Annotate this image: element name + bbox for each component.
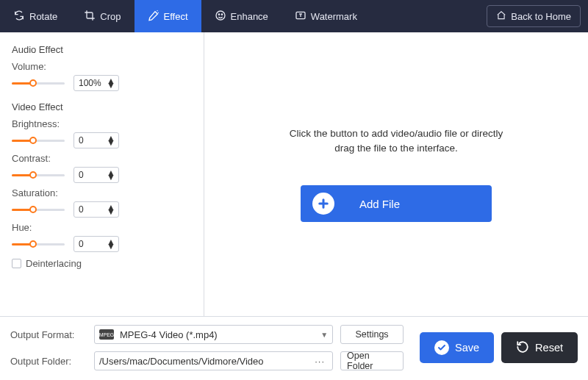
brightness-label: Brightness:	[12, 118, 192, 129]
volume-spinbox[interactable]: 100% ▲▼	[74, 75, 119, 91]
hue-slider[interactable]	[12, 239, 65, 249]
tab-label: Enhance	[231, 11, 268, 22]
effect-sidebar: Audio Effect Volume: 100% ▲▼ Video Effec…	[0, 32, 204, 316]
output-format-label: Output Format:	[10, 329, 87, 340]
rotate-icon	[13, 10, 25, 24]
tab-label: Rotate	[29, 11, 57, 22]
reset-button[interactable]: Reset	[501, 332, 578, 363]
preview-hint: Click the button to add video/audio file…	[290, 126, 503, 157]
crop-icon	[84, 10, 96, 24]
open-folder-button[interactable]: Open Folder	[340, 351, 404, 370]
svg-point-0	[216, 11, 225, 20]
plus-circle-icon	[312, 193, 334, 215]
deinterlacing-label: Deinterlacing	[26, 258, 82, 269]
hue-label: Hue:	[12, 222, 192, 233]
enhance-icon	[215, 10, 226, 24]
reset-label: Reset	[535, 342, 563, 354]
tab-effect[interactable]: Effect	[135, 0, 201, 32]
brightness-slider[interactable]	[12, 135, 65, 146]
tab-rotate[interactable]: Rotate	[0, 0, 71, 32]
stepper-arrows-icon[interactable]: ▲▼	[107, 240, 115, 248]
contrast-slider[interactable]	[12, 170, 65, 180]
video-effect-title: Video Effect	[12, 101, 192, 112]
contrast-spinbox[interactable]: 0 ▲▼	[74, 167, 119, 183]
chevron-down-icon: ▼	[320, 331, 328, 339]
saturation-label: Saturation:	[12, 187, 192, 198]
stepper-arrows-icon[interactable]: ▲▼	[107, 205, 115, 214]
deinterlacing-checkbox[interactable]	[12, 259, 21, 268]
saturation-value: 0	[79, 204, 84, 215]
main-area: Audio Effect Volume: 100% ▲▼ Video Effec…	[0, 32, 588, 317]
tab-label: Effect	[164, 11, 188, 22]
output-folder-input[interactable]: /Users/mac/Documents/Vidmore/Video ···	[94, 351, 333, 370]
tab-label: Crop	[100, 11, 121, 22]
contrast-label: Contrast:	[12, 153, 192, 164]
save-label: Save	[455, 342, 479, 354]
volume-slider[interactable]	[12, 78, 65, 88]
svg-point-1	[218, 14, 219, 15]
brightness-value: 0	[79, 135, 84, 146]
home-icon	[496, 10, 506, 23]
stepper-arrows-icon[interactable]: ▲▼	[107, 79, 115, 87]
effect-icon	[148, 10, 159, 24]
watermark-icon	[295, 10, 306, 24]
browse-folder-button[interactable]: ···	[312, 356, 328, 367]
tab-watermark[interactable]: Watermark	[282, 0, 370, 32]
svg-point-2	[221, 14, 222, 15]
output-folder-label: Output Folder:	[10, 356, 87, 367]
output-format-select[interactable]: MPEG MPEG-4 Video (*.mp4) ▼	[94, 325, 333, 344]
hue-value: 0	[79, 239, 84, 249]
output-format-value: MPEG-4 Video (*.mp4)	[120, 329, 315, 340]
preview-panel[interactable]: Click the button to add video/audio file…	[204, 32, 588, 316]
stepper-arrows-icon[interactable]: ▲▼	[107, 136, 115, 145]
tab-crop[interactable]: Crop	[71, 0, 134, 32]
output-folder-value: /Users/mac/Documents/Vidmore/Video	[99, 356, 307, 367]
check-circle-icon	[434, 340, 449, 355]
audio-effect-title: Audio Effect	[12, 44, 192, 55]
mp4-badge-icon: MPEG	[99, 329, 114, 340]
contrast-value: 0	[79, 170, 84, 180]
back-home-label: Back to Home	[511, 11, 571, 22]
saturation-spinbox[interactable]: 0 ▲▼	[74, 201, 119, 218]
add-file-button[interactable]: Add File	[301, 185, 492, 222]
volume-label: Volume:	[12, 61, 192, 72]
back-to-home-button[interactable]: Back to Home	[487, 5, 581, 27]
hue-spinbox[interactable]: 0 ▲▼	[74, 236, 119, 252]
brightness-spinbox[interactable]: 0 ▲▼	[74, 132, 119, 148]
top-toolbar: Rotate Crop Effect Enhance Watermark Bac…	[0, 0, 588, 32]
add-file-label: Add File	[359, 198, 400, 210]
bottom-bar: Output Format: MPEG MPEG-4 Video (*.mp4)…	[0, 317, 588, 380]
save-button[interactable]: Save	[420, 332, 494, 363]
settings-button[interactable]: Settings	[340, 325, 404, 344]
reset-icon	[516, 340, 529, 356]
saturation-slider[interactable]	[12, 204, 65, 215]
tab-label: Watermark	[311, 11, 357, 22]
tab-enhance[interactable]: Enhance	[201, 0, 282, 32]
volume-value: 100%	[79, 78, 101, 88]
stepper-arrows-icon[interactable]: ▲▼	[107, 171, 115, 179]
